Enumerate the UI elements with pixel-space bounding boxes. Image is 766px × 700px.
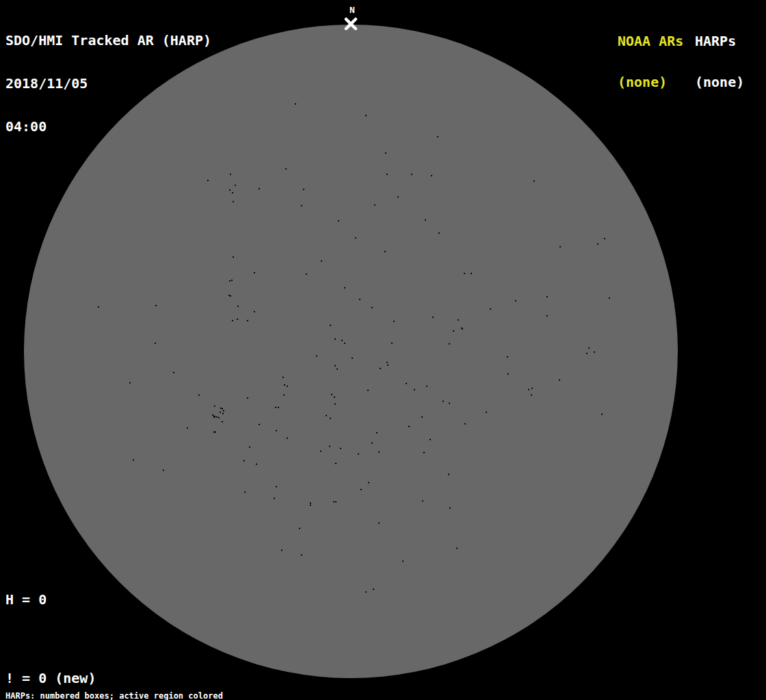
sunspot-speckle	[299, 528, 300, 529]
sunspot-speckle	[129, 382, 131, 383]
sunspot-speckle	[528, 389, 529, 390]
sunspot-speckle	[408, 426, 410, 427]
sunspot-speckle	[283, 394, 285, 396]
sunspot-speckle	[546, 315, 548, 317]
sunspot-speckle	[133, 459, 134, 461]
sunspot-speckle	[378, 522, 380, 524]
sunspot-speckle	[223, 410, 224, 412]
sunspot-speckle	[449, 403, 450, 404]
legend-harp-count: H = 0	[5, 593, 162, 606]
sunspot-speckle	[604, 238, 605, 239]
sunspot-speckle	[443, 401, 444, 402]
sunspot-speckle	[344, 287, 345, 288]
sunspot-speckle	[295, 103, 296, 105]
sunspot-speckle	[515, 300, 516, 301]
sunspot-speckle	[368, 482, 369, 483]
sunspot-speckle	[464, 273, 465, 274]
sunspot-speckle	[531, 388, 533, 389]
footer-caption: HARPs: numbered boxes; active region col…	[5, 677, 292, 700]
north-label: N	[339, 5, 366, 15]
sunspot-speckle	[367, 390, 369, 391]
sunspot-speckle	[310, 502, 311, 504]
sunspot-speckle	[378, 451, 380, 453]
sunspot-speckle	[220, 412, 221, 413]
sunspot-speckle	[385, 152, 386, 154]
sunspot-speckle	[426, 386, 427, 387]
sunspot-speckle	[456, 548, 458, 549]
footer-line-harps: HARPs: numbered boxes; active region col…	[5, 692, 292, 700]
sunspot-speckle	[218, 417, 220, 418]
sunspot-speckle	[594, 351, 595, 353]
harps-value: (none)	[695, 75, 744, 89]
sunspot-speckle	[376, 432, 378, 433]
sunspot-speckle	[387, 364, 388, 366]
sunspot-speckle	[320, 450, 321, 452]
sunspot-speckle	[259, 188, 260, 189]
sunspot-speckle	[352, 358, 353, 359]
sunspot-speckle	[464, 423, 466, 425]
sunspot-speckle	[282, 377, 284, 378]
sunspot-speckle	[559, 379, 560, 381]
sunspot-speckle	[358, 453, 359, 455]
observation-time: 04:00	[5, 120, 211, 134]
sunspot-speckle	[437, 136, 438, 137]
sunspot-speckle	[254, 311, 255, 312]
sunspot-speckle	[438, 232, 440, 234]
sunspot-speckle	[237, 319, 238, 320]
noaa-ars-status: NOAA ARs (none)	[618, 7, 683, 103]
sunspot-speckle	[430, 439, 431, 440]
sunspot-speckle	[230, 295, 231, 297]
sunspot-speckle	[397, 196, 399, 198]
sunspot-speckle	[414, 389, 415, 390]
sunspot-speckle	[233, 201, 234, 202]
sunspot-speckle	[229, 189, 230, 191]
sunspot-speckle	[249, 446, 250, 448]
sunspot-speckle	[222, 408, 223, 409]
sunspot-speckle	[235, 185, 236, 186]
sunspot-speckle	[533, 180, 535, 182]
sunspot-speckle	[244, 492, 246, 493]
title-block: SDO/HMI Tracked AR (HARP) 2018/11/05 04:…	[5, 5, 211, 148]
sunspot-speckle	[198, 394, 200, 396]
harps-status: HARPs (none)	[695, 7, 744, 103]
sunspot-speckle	[458, 319, 459, 321]
sunspot-speckle	[316, 355, 317, 357]
sunspot-speckle	[229, 280, 230, 282]
legend-gap	[5, 632, 162, 645]
sunspot-speckle	[384, 251, 386, 252]
sunspot-speckle	[344, 342, 345, 344]
sunspot-speckle	[259, 424, 260, 425]
sunspot-speckle	[213, 416, 215, 418]
sunspot-speckle	[230, 174, 231, 175]
sunspot-speckle	[207, 180, 209, 181]
sunspot-speckle	[278, 407, 279, 408]
sunspot-speckle	[449, 343, 450, 345]
sunspot-speckle	[331, 394, 332, 395]
sunspot-speckle	[285, 168, 287, 170]
sunspot-speckle	[215, 431, 216, 433]
sunspot-speckle	[365, 591, 367, 593]
sunspot-speckle	[486, 412, 487, 413]
harps-label: HARPs	[695, 34, 744, 48]
sunspot-speckle	[490, 308, 491, 310]
sunspot-speckle	[276, 430, 277, 431]
sunspot-speckle	[281, 550, 282, 551]
sunspot-speckle	[360, 489, 362, 490]
sunspot-speckle	[402, 561, 404, 562]
sunspot-speckle	[507, 373, 509, 375]
sunspot-speckle	[220, 407, 222, 409]
sunspot-speckle	[276, 486, 277, 487]
sunspot-speckle	[287, 386, 288, 387]
sunspot-speckle	[275, 407, 276, 408]
sunspot-speckle	[359, 299, 360, 300]
sunspot-speckle	[306, 273, 307, 275]
sunspot-speckle	[371, 442, 373, 444]
sunspot-speckle	[507, 356, 508, 358]
sunspot-speckle	[330, 325, 331, 326]
sunspot-speckle	[222, 421, 223, 422]
sunspot-speckle	[422, 500, 423, 502]
sunspot-speckle	[301, 554, 302, 556]
page-title: SDO/HMI Tracked AR (HARP)	[5, 33, 211, 48]
sunspot-speckle	[301, 205, 302, 206]
sunspot-speckle	[335, 463, 336, 464]
